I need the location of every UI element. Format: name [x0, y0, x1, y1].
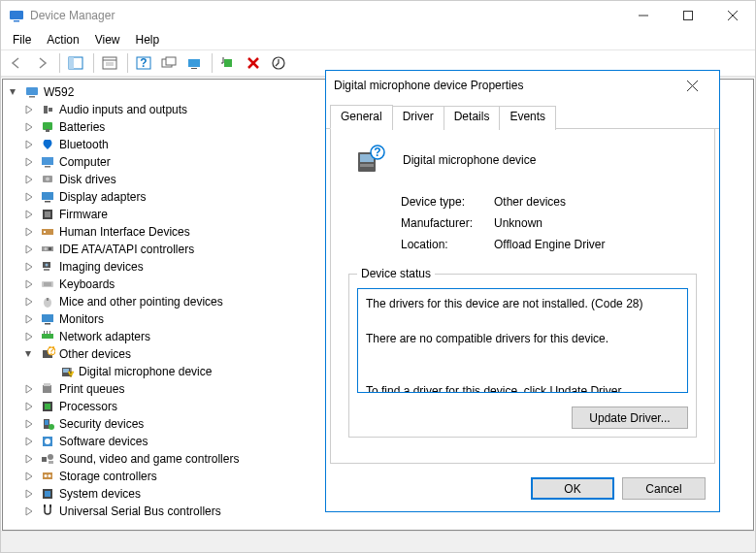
collapse-icon[interactable]: [7, 85, 20, 99]
uninstall-device-icon[interactable]: [242, 51, 265, 75]
back-button[interactable]: [5, 51, 28, 75]
category-icon: [40, 434, 55, 449]
scan-changes-button[interactable]: [157, 51, 181, 75]
tree-item-label: Mice and other pointing devices: [59, 295, 223, 309]
svg-rect-34: [45, 211, 50, 217]
menu-help[interactable]: Help: [128, 31, 168, 49]
svg-point-68: [45, 439, 50, 444]
svg-rect-27: [42, 157, 53, 165]
show-hide-tree-button[interactable]: [64, 51, 87, 75]
category-icon: ?: [40, 346, 55, 362]
expand-icon[interactable]: [22, 417, 36, 431]
device-status-text[interactable]: The drivers for this device are not inst…: [357, 288, 688, 393]
expand-icon[interactable]: [22, 208, 36, 221]
tree-item-label: Human Interface Devices: [59, 225, 190, 239]
expand-icon[interactable]: [22, 435, 36, 448]
expand-icon[interactable]: [22, 173, 36, 186]
dialog-close-button[interactable]: [673, 72, 711, 99]
properties-button[interactable]: [98, 51, 121, 75]
expand-icon[interactable]: [22, 243, 36, 256]
close-button[interactable]: [710, 1, 755, 30]
tree-item-label: Monitors: [59, 312, 104, 326]
svg-rect-63: [45, 404, 50, 409]
tab-driver[interactable]: Driver: [392, 106, 444, 130]
expand-icon[interactable]: [22, 312, 36, 326]
forward-button[interactable]: [30, 51, 53, 75]
category-icon: [40, 381, 55, 397]
category-icon: [40, 329, 55, 344]
svg-point-41: [46, 264, 49, 267]
menu-view[interactable]: View: [87, 31, 128, 49]
expand-icon[interactable]: [22, 382, 36, 396]
expand-icon[interactable]: [22, 347, 36, 361]
svg-rect-22: [26, 87, 38, 95]
tree-item-label: Security devices: [59, 417, 144, 431]
category-icon: [40, 137, 55, 152]
maximize-button[interactable]: [666, 1, 710, 30]
svg-rect-24: [49, 108, 52, 112]
expand-icon[interactable]: [22, 138, 36, 151]
category-icon: [40, 416, 55, 432]
svg-text:?: ?: [49, 346, 55, 357]
svg-rect-32: [45, 201, 50, 203]
enable-device-icon[interactable]: [216, 51, 240, 75]
svg-rect-37: [42, 246, 53, 251]
tab-events[interactable]: Events: [499, 106, 556, 130]
update-driver-icon[interactable]: [182, 51, 206, 75]
svg-rect-25: [43, 122, 52, 130]
statusbar: [1, 531, 755, 552]
svg-text:?: ?: [374, 146, 380, 159]
category-icon: [40, 311, 55, 327]
svg-rect-52: [47, 331, 48, 334]
svg-rect-83: [360, 164, 374, 167]
expand-icon[interactable]: [22, 504, 36, 518]
expand-icon[interactable]: [22, 452, 36, 466]
app-icon: [9, 8, 24, 23]
tree-item-label: Keyboards: [59, 277, 115, 291]
menu-file[interactable]: File: [5, 31, 39, 49]
expand-icon[interactable]: [22, 277, 36, 291]
category-icon: [40, 276, 55, 292]
svg-rect-47: [47, 298, 49, 301]
expand-icon[interactable]: [22, 330, 36, 343]
cancel-button[interactable]: Cancel: [622, 477, 706, 500]
tree-item-label: Network adapters: [59, 330, 150, 343]
expand-icon[interactable]: [22, 260, 36, 274]
expand-icon[interactable]: [22, 120, 36, 134]
device-type-value: Other devices: [494, 195, 566, 209]
manufacturer-label: Manufacturer:: [401, 216, 494, 230]
svg-rect-42: [44, 269, 49, 271]
scan-hardware-icon[interactable]: [267, 51, 290, 75]
expand-icon[interactable]: [22, 400, 36, 413]
ok-button[interactable]: OK: [531, 477, 614, 500]
help-button[interactable]: ?: [132, 51, 155, 75]
expand-icon[interactable]: [22, 103, 36, 116]
category-icon: [40, 102, 55, 117]
tree-item-label: Storage controllers: [59, 470, 157, 483]
svg-rect-65: [45, 420, 49, 425]
expand-icon[interactable]: [22, 295, 36, 309]
svg-rect-39: [49, 247, 51, 250]
svg-rect-77: [44, 504, 46, 507]
location-label: Location:: [401, 238, 494, 251]
svg-rect-71: [49, 461, 53, 464]
tab-general[interactable]: General: [330, 105, 393, 129]
expand-icon[interactable]: [22, 155, 36, 169]
update-driver-button[interactable]: Update Driver...: [572, 407, 688, 429]
expand-icon[interactable]: [22, 470, 36, 483]
device-status-group: Device status The drivers for this devic…: [348, 267, 697, 438]
category-icon: [40, 242, 55, 257]
minimize-button[interactable]: [621, 1, 666, 30]
svg-rect-36: [44, 231, 46, 233]
tree-item-label: Audio inputs and outputs: [59, 103, 187, 116]
expand-icon[interactable]: [22, 190, 36, 204]
menu-action[interactable]: Action: [39, 31, 86, 49]
tree-item-label: Processors: [59, 400, 117, 413]
tab-details[interactable]: Details: [444, 106, 501, 130]
expand-icon[interactable]: [22, 487, 36, 501]
svg-rect-61: [44, 383, 50, 386]
svg-rect-28: [45, 166, 50, 168]
svg-rect-15: [166, 57, 176, 65]
expand-icon[interactable]: [22, 225, 36, 239]
device-header: ? Digital microphone device: [348, 143, 697, 178]
